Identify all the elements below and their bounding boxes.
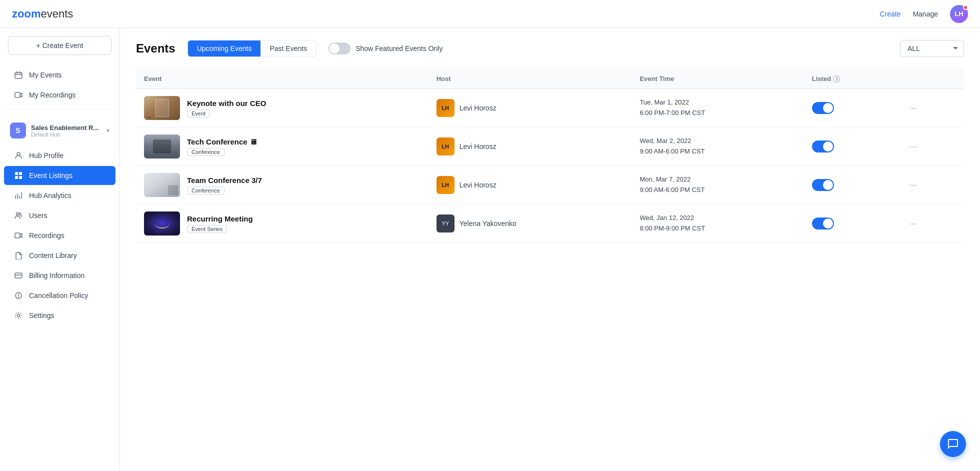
- create-event-button[interactable]: + Create Event: [8, 36, 112, 55]
- tab-past-events[interactable]: Past Events: [260, 40, 316, 56]
- featured-toggle[interactable]: [328, 42, 350, 54]
- event-date-keynote: Tue, Mar 1, 2022: [640, 98, 796, 108]
- featured-toggle-group: Show Featured Events Only: [328, 42, 442, 54]
- event-info-tech: Tech Conference 🖥 Conference: [187, 138, 257, 156]
- chat-bubble[interactable]: [940, 431, 966, 457]
- nav-divider: [8, 109, 112, 110]
- manage-link[interactable]: Manage: [912, 10, 938, 18]
- sidebar-label-cancellation: Cancellation Policy: [29, 292, 88, 300]
- event-time-team: 9:00 AM-6:00 PM CST: [640, 185, 796, 196]
- policy-icon: [14, 291, 23, 300]
- toggle-knob-team: [823, 180, 833, 190]
- listed-info-icon[interactable]: ℹ: [833, 76, 840, 82]
- tab-upcoming-events[interactable]: Upcoming Events: [188, 40, 261, 56]
- sidebar-label-my-events: My Events: [29, 71, 62, 79]
- logo-events: events: [40, 8, 73, 20]
- sidebar-item-cancellation[interactable]: Cancellation Policy: [4, 286, 116, 305]
- filter-select[interactable]: ALL Event Conference Event Series: [900, 40, 964, 57]
- sidebar-item-hub-analytics[interactable]: Hub Analytics: [4, 186, 116, 205]
- person-icon: [14, 151, 23, 160]
- sidebar-item-my-recordings[interactable]: My Recordings: [4, 86, 116, 104]
- listed-toggle-tech: [812, 140, 890, 152]
- more-actions-tech[interactable]: ···: [906, 140, 921, 154]
- toggle-listed-recurring[interactable]: [812, 218, 834, 230]
- event-date-recurring: Wed, Jan 12, 2022: [640, 213, 796, 224]
- sidebar-item-billing[interactable]: Billing Information: [4, 266, 116, 285]
- sidebar-label-settings: Settings: [29, 312, 54, 320]
- toggle-knob-keynote: [823, 103, 833, 113]
- table-row: Team Conference 3/7 Conference LH Levi H…: [136, 166, 964, 204]
- col-host: Host: [428, 69, 632, 89]
- app-layout: + Create Event My Events My Recordings S…: [0, 28, 980, 471]
- event-name-team: Team Conference 3/7: [187, 176, 262, 184]
- time-cell-team: Mon, Mar 7, 2022 9:00 AM-6:00 PM CST: [640, 174, 796, 196]
- sidebar-item-users[interactable]: Users: [4, 206, 116, 225]
- time-cell-keynote: Tue, Mar 1, 2022 6:00 PM-7:00 PM CST: [640, 98, 796, 118]
- main-content-area: Events Upcoming Events Past Events Show …: [120, 28, 980, 471]
- file-icon: [14, 251, 23, 260]
- toggle-listed-team[interactable]: [812, 179, 834, 191]
- table-row: Keynote with our CEO Event LH Levi Horos…: [136, 89, 964, 128]
- logo-zoom: zoom: [12, 8, 40, 20]
- more-actions-team[interactable]: ···: [906, 178, 921, 192]
- featured-toggle-label: Show Featured Events Only: [356, 44, 442, 52]
- hub-info: Sales Enablement R... Default Hub: [31, 124, 102, 138]
- event-name-keynote: Keynote with our CEO: [187, 99, 266, 108]
- toggle-knob-tech: [823, 142, 833, 152]
- sidebar-label-hub-profile: Hub Profile: [29, 152, 64, 160]
- svg-point-7: [16, 213, 19, 216]
- sidebar-item-content-library[interactable]: Content Library: [4, 246, 116, 265]
- sidebar-item-settings[interactable]: Settings: [4, 306, 116, 325]
- toggle-knob: [330, 44, 340, 54]
- event-time-keynote: 6:00 PM-7:00 PM CST: [640, 108, 796, 118]
- sidebar-item-hub-profile[interactable]: Hub Profile: [4, 146, 116, 165]
- chart-icon: [14, 191, 23, 200]
- host-avatar-levi-2: LH: [436, 138, 454, 156]
- host-cell-tech: LH Levi Horosz: [436, 138, 624, 156]
- events-table: Event Host Event Time Listed ℹ: [136, 69, 964, 243]
- svg-rect-4: [19, 172, 22, 175]
- listed-toggle-team: [812, 179, 890, 191]
- host-avatar-levi-3: LH: [436, 176, 454, 194]
- hub-sub: Default Hub: [31, 132, 102, 138]
- billing-icon: [14, 271, 23, 280]
- grid-icon: [14, 171, 23, 180]
- col-event: Event: [136, 69, 428, 89]
- host-avatar-yelena: YY: [436, 214, 454, 232]
- chevron-down-icon: ▾: [106, 127, 110, 134]
- sidebar-item-my-events[interactable]: My Events: [4, 66, 116, 84]
- host-cell-recurring: YY Yelena Yakovenko: [436, 214, 624, 232]
- event-name-tech: Tech Conference 🖥: [187, 138, 257, 146]
- event-thumbnail-team: [144, 173, 180, 197]
- time-cell-tech: Wed, Mar 2, 2022 9:00 AM-6:00 PM CST: [640, 136, 796, 157]
- toggle-listed-keynote[interactable]: [812, 102, 834, 114]
- host-name-recurring: Yelena Yakovenko: [460, 220, 516, 228]
- video-icon: [14, 90, 23, 100]
- app-header: zoomevents Create Manage LH: [0, 0, 980, 28]
- event-date-team: Mon, Mar 7, 2022: [640, 174, 796, 185]
- header-right: Create Manage LH: [880, 5, 968, 23]
- host-cell-keynote: LH Levi Horosz: [436, 99, 624, 117]
- user-avatar[interactable]: LH: [950, 5, 968, 23]
- create-link[interactable]: Create: [880, 10, 900, 18]
- hub-name: Sales Enablement R...: [31, 124, 102, 132]
- table-body: Keynote with our CEO Event LH Levi Horos…: [136, 89, 964, 243]
- event-info-team: Team Conference 3/7 Conference: [187, 176, 262, 194]
- listed-toggle-recurring: [812, 218, 890, 230]
- gear-icon: [14, 311, 23, 320]
- event-cell-team: Team Conference 3/7 Conference: [144, 173, 420, 197]
- svg-rect-5: [15, 176, 18, 179]
- event-cell-recurring: Recurring Meeting Event Series: [144, 212, 420, 236]
- toggle-listed-tech[interactable]: [812, 140, 834, 152]
- event-time-tech: 9:00 AM-6:00 PM CST: [640, 146, 796, 157]
- more-actions-recurring[interactable]: ···: [906, 216, 921, 231]
- sidebar-label-my-recordings: My Recordings: [29, 91, 76, 99]
- event-time-recurring: 8:00 PM-9:00 PM CST: [640, 224, 796, 234]
- col-event-time: Event Time: [632, 69, 804, 89]
- more-actions-keynote[interactable]: ···: [906, 101, 921, 116]
- sidebar-item-recordings[interactable]: Recordings: [4, 226, 116, 245]
- svg-rect-1: [15, 92, 20, 98]
- sidebar-item-event-listings[interactable]: Event Listings: [4, 166, 116, 185]
- sidebar-label-hub-analytics: Hub Analytics: [29, 192, 72, 200]
- hub-selector[interactable]: S Sales Enablement R... Default Hub ▾: [4, 118, 116, 144]
